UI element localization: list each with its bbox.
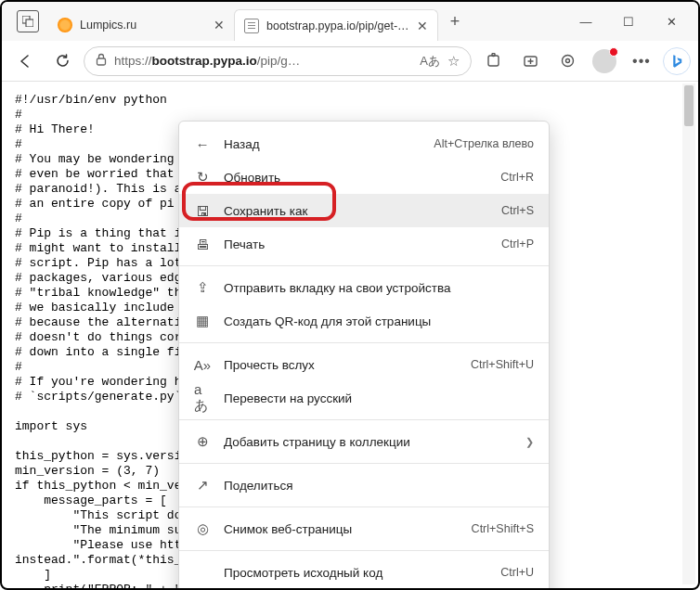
- menu-separator: [179, 550, 549, 551]
- extensions-icon[interactable]: [477, 45, 509, 77]
- reload-icon: ↻: [194, 169, 211, 186]
- svg-rect-2: [97, 58, 106, 65]
- menu-separator: [179, 265, 549, 266]
- titlebar: Lumpics.ru✕bootstrap.pypa.io/pip/get-pi……: [2, 2, 698, 41]
- lumpics-favicon: [58, 18, 72, 32]
- menu-save-as[interactable]: 🖫Сохранить какCtrl+S: [179, 194, 549, 227]
- create-qr-icon: ▦: [194, 313, 211, 329]
- menu-item-label: Создать QR-код для этой страницы: [224, 314, 534, 328]
- toolbar: https://bootstrap.pypa.io/pip/g… Aあ ☆ ••…: [2, 41, 698, 82]
- menu-item-label: Просмотреть исходный код: [224, 566, 487, 580]
- menu-item-label: Обновить: [224, 171, 487, 185]
- share-icon: ↗: [194, 477, 211, 494]
- tab-actions-icon[interactable]: [17, 10, 39, 32]
- menu-button[interactable]: •••: [626, 45, 657, 77]
- menu-translate[interactable]: aあПеревести на русский: [179, 381, 549, 415]
- add-to-collections-icon: ⊕: [194, 433, 211, 450]
- svg-rect-4: [492, 54, 495, 57]
- toolbar-extra-icon[interactable]: [551, 45, 583, 77]
- avatar-icon: [592, 49, 616, 73]
- menu-separator: [179, 419, 549, 420]
- menu-item-label: Поделиться: [224, 479, 534, 493]
- menu-item-label: Прочесть вслух: [224, 358, 458, 372]
- menu-shortcut: Ctrl+R: [500, 171, 534, 184]
- bing-sidebar-button[interactable]: [663, 47, 691, 75]
- save-as-icon: 🖫: [194, 203, 211, 219]
- chevron-right-icon: ❯: [525, 436, 534, 448]
- menu-separator: [179, 342, 549, 343]
- menu-shortcut: Ctrl+Shift+U: [471, 358, 534, 371]
- menu-separator: [179, 463, 549, 464]
- menu-add-to-collections[interactable]: ⊕Добавить страницу в коллекции❯: [179, 425, 549, 458]
- url-text: https://bootstrap.pypa.io/pip/g…: [114, 54, 412, 68]
- vertical-scrollbar[interactable]: [682, 83, 695, 584]
- menu-share[interactable]: ↗Поделиться: [179, 468, 549, 502]
- menu-shortcut: Alt+Стрелка влево: [434, 137, 534, 150]
- scrollbar-thumb[interactable]: [684, 85, 694, 126]
- menu-item-label: Добавить страницу в коллекции: [224, 435, 507, 449]
- tab-0[interactable]: Lumpics.ru✕: [48, 9, 234, 41]
- svg-rect-1: [26, 19, 33, 27]
- menu-web-capture[interactable]: ◎Снимок веб-страницыCtrl+Shift+S: [179, 512, 549, 545]
- back-icon: ←: [194, 136, 211, 152]
- window-controls: ― ☐ ✕: [564, 6, 693, 36]
- close-tab-icon[interactable]: ✕: [214, 18, 225, 32]
- menu-create-qr[interactable]: ▦Создать QR-код для этой страницы: [179, 304, 549, 338]
- tab-label: Lumpics.ru: [80, 19, 206, 32]
- menu-item-label: Отправить вкладку на свои устройства: [224, 281, 534, 295]
- back-button[interactable]: [9, 45, 41, 77]
- menu-item-label: Перевести на русский: [224, 391, 534, 405]
- close-tab-icon[interactable]: ✕: [417, 19, 428, 33]
- menu-separator: [179, 507, 549, 507]
- menu-shortcut: Ctrl+S: [501, 204, 534, 217]
- menu-item-label: Снимок веб-страницы: [224, 522, 459, 536]
- favorite-icon[interactable]: ☆: [447, 53, 460, 70]
- send-to-devices-icon: ⇪: [194, 279, 211, 296]
- menu-view-source[interactable]: Просмотреть исходный кодCtrl+U: [179, 556, 549, 589]
- close-window-button[interactable]: ✕: [650, 6, 693, 36]
- translate-icon: aあ: [194, 381, 211, 415]
- menu-print[interactable]: 🖶ПечатьCtrl+P: [179, 227, 549, 261]
- collections-icon[interactable]: [514, 45, 546, 77]
- menu-back[interactable]: ←НазадAlt+Стрелка влево: [179, 127, 549, 160]
- print-icon: 🖶: [194, 237, 211, 252]
- address-bar[interactable]: https://bootstrap.pypa.io/pip/g… Aあ ☆: [84, 46, 472, 76]
- page-favicon: [244, 19, 259, 33]
- svg-rect-3: [488, 56, 499, 66]
- menu-read-aloud[interactable]: A»Прочесть вслухCtrl+Shift+U: [179, 348, 549, 381]
- menu-item-label: Сохранить как: [224, 204, 488, 218]
- context-menu: ←НазадAlt+Стрелка влево↻ОбновитьCtrl+R🖫С…: [178, 121, 550, 590]
- menu-item-label: Печать: [224, 237, 488, 251]
- minimize-button[interactable]: ―: [564, 6, 607, 36]
- tab-label: bootstrap.pypa.io/pip/get-pi…: [266, 19, 409, 32]
- menu-shortcut: Ctrl+U: [500, 566, 534, 579]
- profile-button[interactable]: [589, 45, 620, 77]
- refresh-button[interactable]: [46, 45, 78, 77]
- new-tab-button[interactable]: +: [442, 8, 468, 34]
- menu-send-to-devices[interactable]: ⇪Отправить вкладку на свои устройства: [179, 271, 549, 304]
- reading-mode-icon[interactable]: Aあ: [420, 53, 440, 70]
- lock-icon: [96, 53, 107, 69]
- maximize-button[interactable]: ☐: [607, 6, 650, 36]
- menu-shortcut: Ctrl+P: [501, 237, 534, 250]
- menu-reload[interactable]: ↻ОбновитьCtrl+R: [179, 160, 549, 194]
- read-aloud-icon: A»: [194, 357, 211, 373]
- menu-item-label: Назад: [224, 137, 421, 151]
- tab-1[interactable]: bootstrap.pypa.io/pip/get-pi…✕: [234, 9, 438, 41]
- svg-point-8: [562, 56, 573, 67]
- menu-shortcut: Ctrl+Shift+S: [472, 522, 534, 535]
- web-capture-icon: ◎: [194, 520, 211, 537]
- svg-point-9: [565, 59, 569, 63]
